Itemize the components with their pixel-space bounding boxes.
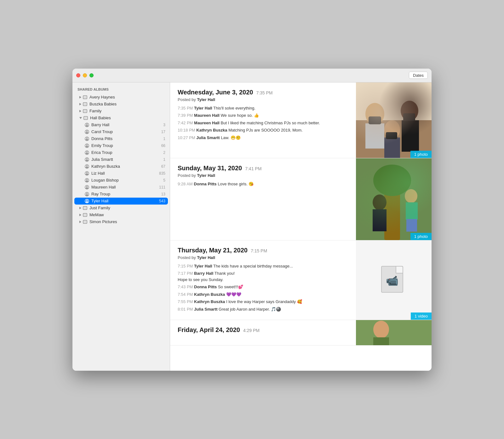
svg-point-9 — [86, 124, 88, 125]
post-time: 7:35 PM — [256, 90, 272, 95]
chevron-down-icon — [79, 117, 82, 119]
post-media[interactable] — [356, 320, 432, 345]
svg-rect-35 — [84, 214, 86, 216]
comment-time: 7:15 PM — [178, 264, 193, 268]
post-by: Posted by Tyler Hall — [178, 255, 348, 260]
comment: 7:17 PM Barry Hall Thank you!Hope to see… — [178, 270, 348, 283]
chevron-right-icon — [79, 103, 81, 105]
comment-author: Kathryn Buszka — [194, 292, 225, 297]
sidebar-item-emily-troup[interactable]: Emily Troup 66 — [74, 142, 168, 149]
chevron-right-icon — [79, 214, 81, 216]
svg-rect-43 — [369, 116, 381, 124]
comment-time: 7:43 PM — [178, 284, 193, 289]
comment-author: Tyler Hall — [194, 264, 212, 268]
item-count: 67 — [161, 164, 165, 169]
sidebar-label: Simon Pictures — [89, 219, 117, 224]
comment-time: 7:54 PM — [178, 292, 193, 297]
sidebar-label: Maureen Hall — [91, 185, 116, 189]
comment-time: 7:42 PM — [178, 121, 193, 125]
comment: 10:27 PM Julia Smartt Law. 😁🤨 — [178, 135, 348, 141]
svg-point-44 — [401, 101, 418, 121]
post-time: 7:41 PM — [245, 166, 261, 171]
item-count: 543 — [159, 199, 165, 203]
sidebar-item-donna-pitts[interactable]: Donna Pitts 1 — [74, 135, 168, 142]
svg-rect-45 — [402, 120, 419, 152]
item-count: 66 — [161, 144, 165, 148]
svg-rect-7 — [84, 117, 87, 119]
person-icon — [84, 199, 89, 204]
minimize-button[interactable] — [83, 73, 87, 77]
post-entry: Wednesday, June 3, 2020 7:35 PM Posted b… — [170, 82, 432, 158]
sidebar-item-julia-smartt[interactable]: Julia Smartt 1 — [74, 156, 168, 163]
svg-rect-49 — [386, 132, 397, 139]
sidebar-item-lougan-bishop[interactable]: Lougan Bishop 5 — [74, 177, 168, 184]
dates-button[interactable]: Dates — [409, 72, 428, 79]
svg-rect-50 — [356, 158, 432, 240]
person-icon — [84, 171, 89, 176]
sidebar-label: Just Family — [89, 205, 110, 210]
fullscreen-button[interactable] — [89, 73, 94, 77]
post-media[interactable]: 📹 1 video — [356, 240, 432, 320]
sidebar-label: Liz Hall — [91, 171, 105, 176]
item-count: 17 — [161, 130, 165, 134]
svg-point-52 — [373, 165, 411, 196]
item-count: 111 — [159, 185, 165, 189]
svg-point-17 — [86, 151, 88, 153]
sidebar-item-memaw[interactable]: MeMaw — [74, 211, 168, 218]
sidebar-label: Avery Haynes — [89, 95, 115, 99]
chevron-right-icon — [79, 110, 81, 112]
post-date: Sunday, May 31, 2020 — [178, 165, 242, 172]
sidebar-label: Lougan Bishop — [91, 178, 119, 183]
post-date-line: Wednesday, June 3, 2020 7:35 PM — [178, 89, 348, 96]
sidebar-item-ray-troup[interactable]: Ray Troup 13 — [74, 191, 168, 198]
comment: 9:28 AM Donna Pitts Love those girls. 😘 — [178, 181, 348, 187]
post-entry: Sunday, May 31, 2020 7:41 PM Posted by T… — [170, 158, 432, 240]
post-date: Thursday, May 21, 2020 — [178, 247, 248, 254]
comment: 8:01 PM Julia Smartt Great job Aaron and… — [178, 306, 348, 312]
sidebar-item-avery-haynes[interactable]: Avery Haynes — [74, 94, 168, 101]
video-placeholder: 📹 — [356, 240, 432, 320]
comment-time: 10:27 PM — [178, 135, 195, 140]
svg-point-31 — [86, 200, 88, 201]
sidebar-label: Buszka Babies — [89, 102, 117, 106]
sidebar-item-tyler-hall[interactable]: Tyler Hall 543 — [74, 198, 168, 205]
sidebar-item-barry-hall[interactable]: Barry Hall 3 — [74, 121, 168, 128]
app-window: Dates SHARED ALBUMS Avery Haynes Buszka … — [72, 69, 432, 371]
post-date-line: Sunday, May 31, 2020 7:41 PM — [178, 165, 348, 172]
svg-rect-46 — [403, 113, 415, 121]
sidebar-item-family[interactable]: Family — [74, 108, 168, 115]
sidebar-item-liz-hall[interactable]: Liz Hall 835 — [74, 170, 168, 177]
sidebar-item-maureen-hall[interactable]: Maureen Hall 111 — [74, 184, 168, 191]
sidebar-item-erica-troup[interactable]: Erica Troup 2 — [74, 149, 168, 156]
comment-author: Donna Pitts — [194, 284, 217, 289]
album-icon — [83, 102, 88, 107]
sidebar-label: Family — [89, 109, 101, 113]
sidebar-item-buszka-babies[interactable]: Buszka Babies — [74, 101, 168, 108]
comment-author: Julia Smartt — [196, 135, 220, 140]
sidebar-item-simon-pictures[interactable]: Simon Pictures — [74, 218, 168, 225]
sidebar-label: MeMaw — [89, 212, 104, 217]
person-icon — [84, 164, 89, 169]
comment-time: 9:28 AM — [178, 182, 193, 186]
svg-point-15 — [86, 144, 88, 146]
video-file-icon: 📹 — [381, 266, 406, 294]
svg-point-19 — [86, 158, 88, 160]
comment-time: 8:01 PM — [178, 307, 193, 312]
sidebar-item-kathryn-buszka[interactable]: Kathryn Buszka 67 — [74, 163, 168, 170]
titlebar: Dates — [72, 69, 432, 82]
post-media[interactable]: 1 photo — [356, 82, 432, 158]
sidebar-item-carol-troup[interactable]: Carol Troup 17 — [74, 128, 168, 135]
item-count: 2 — [163, 150, 165, 155]
sidebar-label: Ray Troup — [91, 192, 110, 196]
svg-rect-3 — [84, 103, 86, 105]
sidebar-item-hall-babies[interactable]: Hall Babies — [74, 115, 168, 121]
media-label: 1 photo — [410, 151, 432, 158]
close-button[interactable] — [76, 73, 80, 77]
person-icon — [84, 122, 89, 127]
post-date: Friday, April 24, 2020 — [178, 326, 240, 334]
comment-author: Kathryn Buszka — [194, 299, 225, 304]
photo-placeholder — [356, 158, 432, 240]
sidebar-item-just-family[interactable]: Just Family — [74, 205, 168, 211]
post-media[interactable]: 1 photo — [356, 158, 432, 240]
post-text: Friday, April 24, 2020 4:29 PM — [170, 320, 356, 345]
